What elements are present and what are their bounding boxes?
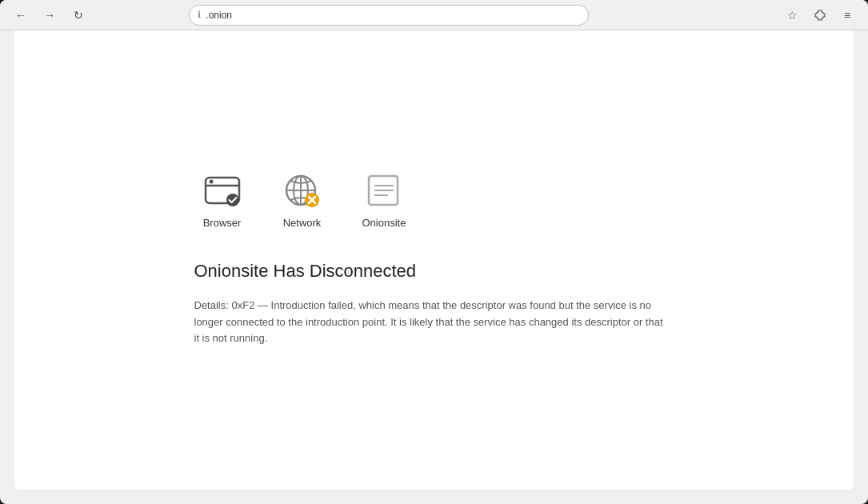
onionsite-status-item: Onionsite: [362, 173, 406, 229]
bookmark-button[interactable]: ☆: [782, 4, 804, 26]
onionsite-icon-label: Onionsite: [362, 217, 406, 229]
network-status-item: Network: [282, 173, 322, 229]
network-icon-label: Network: [283, 217, 322, 229]
browser-status-item: Browser: [202, 173, 242, 229]
content-area: Browser: [0, 30, 868, 504]
onionsite-status-icon: [364, 173, 404, 209]
forward-button[interactable]: →: [38, 4, 61, 26]
extensions-icon: [814, 9, 826, 22]
back-button[interactable]: ←: [10, 4, 32, 26]
svg-point-2: [209, 179, 213, 183]
error-container: Browser: [194, 173, 674, 347]
address-bar[interactable]: ℹ .onion: [189, 5, 589, 26]
network-status-icon: [282, 173, 322, 209]
extensions-button[interactable]: [809, 4, 831, 26]
reload-button[interactable]: ↻: [67, 4, 90, 26]
browser-icon-label: Browser: [203, 217, 242, 229]
info-icon: ℹ: [198, 10, 201, 20]
url-text: .onion: [206, 10, 580, 21]
page-body: Browser: [14, 30, 854, 490]
error-details: Details: 0xF2 — Introduction failed, whi…: [194, 298, 666, 347]
toolbar-right: ☆ ≡: [782, 4, 858, 26]
browser-status-icon: [202, 173, 242, 209]
error-title: Onionsite Has Disconnected: [194, 261, 417, 282]
status-icons-row: Browser: [202, 173, 406, 229]
browser-toolbar: ← → ↻ ℹ .onion ☆ ≡: [0, 0, 868, 30]
browser-window: ← → ↻ ℹ .onion ☆ ≡: [0, 0, 868, 504]
svg-point-3: [226, 194, 239, 206]
menu-button[interactable]: ≡: [836, 4, 858, 26]
